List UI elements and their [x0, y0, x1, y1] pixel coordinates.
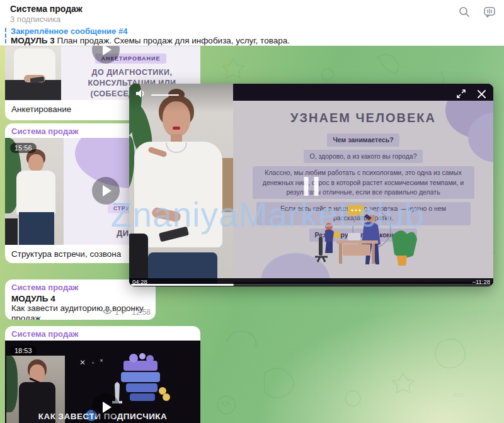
video-player-overlay[interactable]: УЗНАЕМ ЧЕЛОВЕКА Чем занимаетесь? О, здор…	[129, 84, 493, 286]
slide-illustration	[233, 204, 493, 267]
play-icon	[103, 402, 112, 413]
pause-icon[interactable]	[304, 177, 319, 196]
pinned-message-bar[interactable]: Закреплённое сообщение #4 МОДУЛЬ 3 План …	[0, 25, 504, 46]
slide-title: УЗНАЕМ ЧЕЛОВЕКА	[233, 111, 493, 125]
slide-bubble: Чем занимаетесь?	[327, 133, 399, 147]
player-presenter-video[interactable]	[129, 84, 233, 286]
search-icon	[458, 6, 471, 21]
volume-slider[interactable]	[151, 94, 179, 96]
pin-icon	[122, 307, 129, 317]
message-time: 12:58	[132, 308, 151, 317]
play-icon	[103, 46, 112, 55]
search-button[interactable]	[456, 5, 472, 21]
video-thumbnail[interactable]: 18:53 ✕ ◦ ˟	[5, 341, 200, 423]
sender-name[interactable]: Система продаж	[5, 326, 200, 341]
speaker-icon	[135, 89, 146, 101]
duration-badge: 15:56	[10, 143, 37, 153]
comments-bubble-icon	[483, 5, 496, 21]
discussion-button[interactable]	[481, 5, 498, 21]
slide-bubble: О, здорово, а из какого вы города?	[304, 150, 422, 163]
player-slide-video[interactable]: УЗНАЕМ ЧЕЛОВЕКА Чем занимаетесь? О, здор…	[233, 84, 493, 286]
play-button[interactable]	[92, 393, 120, 421]
message-title: МОДУЛЬ 4	[5, 294, 156, 303]
play-button[interactable]	[92, 177, 120, 205]
fullscreen-button[interactable]	[455, 88, 467, 99]
volume-control[interactable]	[135, 89, 179, 101]
pinned-label: Закреплённое сообщение #4	[11, 26, 127, 36]
views-eye-icon	[103, 308, 112, 317]
chat-area: Z z z ≈≈ АНКЕТИРОВАНИЕ ДО ДИАГНОСТИКИ, К…	[0, 46, 504, 423]
pinned-indicator	[5, 28, 6, 43]
telegram-channel-window: Система продаж 3 подписчика Закреплённое…	[0, 0, 504, 423]
duration-badge: 18:53	[10, 346, 37, 356]
player-progress-bar[interactable]: 04:28 –11:28	[129, 278, 493, 286]
thumbnail-presenter-photo	[5, 46, 61, 100]
slide-bubble: Классно, мы любим работать с психологами…	[253, 166, 474, 199]
thumbnail-presenter-photo	[5, 138, 64, 245]
views-count: 1	[115, 308, 119, 317]
thumbnail-doodle: ✕ ◦ ˟	[79, 358, 105, 367]
seek-track[interactable]	[131, 284, 491, 286]
channel-subscribers: 3 подписчика	[10, 14, 60, 24]
seek-progress	[131, 284, 234, 286]
close-player-button[interactable]	[476, 88, 487, 99]
channel-title: Система продаж	[10, 4, 83, 14]
play-icon	[103, 185, 112, 196]
pinned-text: МОДУЛЬ 3 План продаж. Схемы продаж для и…	[11, 36, 290, 45]
message-video-podpischik[interactable]: Система продаж 18:53 ✕ ◦ ˟	[5, 326, 200, 423]
message-meta: 1 12:58	[103, 307, 151, 317]
svg-text:≈≈: ≈≈	[454, 390, 465, 400]
channel-header[interactable]: Система продаж 3 подписчика	[0, 0, 504, 25]
